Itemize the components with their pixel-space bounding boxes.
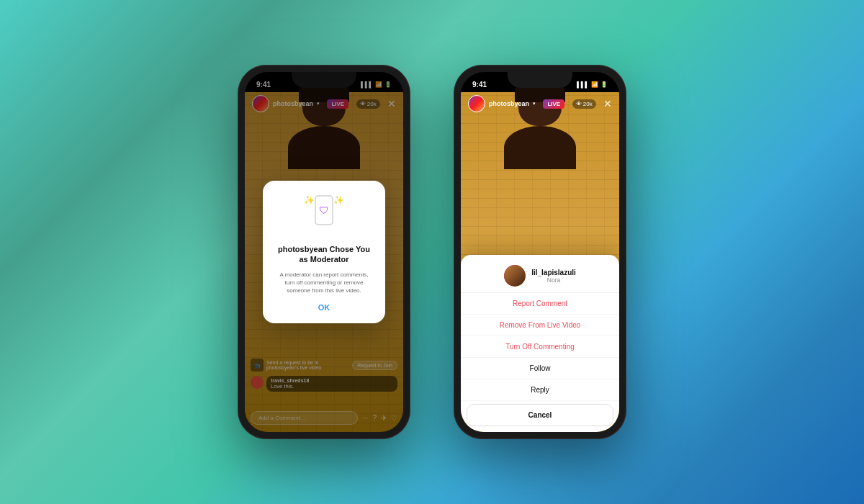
phone-2-screen: 9:41 ▌▌▌ 📶 🔋 photosbyean ▾ LIVE 👁 20k ✕ xyxy=(461,72,619,432)
live-badge-2: LIVE xyxy=(543,99,564,109)
signal-icon-2: ▌▌▌ xyxy=(577,81,589,88)
chevron-down-icon-2: ▾ xyxy=(533,101,536,107)
notch-2 xyxy=(508,72,572,88)
person-shoulders-2 xyxy=(504,126,576,169)
live-avatar-2 xyxy=(468,95,485,112)
action-user-avatar xyxy=(504,265,526,287)
action-sheet: lil_lapislazuli Nora Report Comment Remo… xyxy=(461,255,619,432)
close-button-2[interactable]: ✕ xyxy=(603,98,612,109)
phone-1: 9:41 ▌▌▌ 📶 🔋 photosbyean ▾ LIVE 👁 20k ✕ … xyxy=(238,65,410,439)
action-username: lil_lapislazuli xyxy=(531,269,576,276)
moderator-dialog-title: photosbyean Chose You as Moderator xyxy=(274,244,374,265)
live-user-2: photosbyean ▾ xyxy=(468,95,536,112)
follow-button[interactable]: Follow xyxy=(461,358,619,379)
modal-overlay-1: 🛡 ✨ ✨ photosbyean Chose You as Moderator… xyxy=(245,72,403,432)
viewer-count-2: 👁 20k xyxy=(572,99,596,109)
remove-from-live-button[interactable]: Remove From Live Video xyxy=(461,315,619,336)
turn-off-commenting-button[interactable]: Turn Off Commenting xyxy=(461,336,619,358)
moderator-dialog-description: A moderator can report comments, turn of… xyxy=(274,271,374,295)
battery-icon-2: 🔋 xyxy=(600,81,608,88)
wifi-icon-2: 📶 xyxy=(591,81,598,88)
cancel-button[interactable]: Cancel xyxy=(467,404,613,426)
sparkle-left-icon: ✨ xyxy=(304,195,315,205)
phone-2: 9:41 ▌▌▌ 📶 🔋 photosbyean ▾ LIVE 👁 20k ✕ xyxy=(454,65,626,439)
shield-icon: 🛡 xyxy=(319,204,329,216)
live-username-2: photosbyean xyxy=(489,100,529,107)
action-display-name: Nora xyxy=(531,276,576,284)
status-icons-2: ▌▌▌ 📶 🔋 xyxy=(577,81,608,88)
reply-button[interactable]: Reply xyxy=(461,379,619,401)
action-user-info: lil_lapislazuli Nora xyxy=(531,269,576,284)
phone-1-screen: 9:41 ▌▌▌ 📶 🔋 photosbyean ▾ LIVE 👁 20k ✕ … xyxy=(245,72,403,432)
sparkle-right-icon: ✨ xyxy=(333,195,344,205)
moderator-dialog: 🛡 ✨ ✨ photosbyean Chose You as Moderator… xyxy=(263,181,385,323)
time-2: 9:41 xyxy=(472,81,487,89)
ok-button[interactable]: OK xyxy=(274,303,374,312)
action-sheet-header: lil_lapislazuli Nora xyxy=(461,255,619,293)
report-comment-button[interactable]: Report Comment xyxy=(461,293,619,315)
live-header-2: photosbyean ▾ LIVE 👁 20k ✕ xyxy=(461,92,619,115)
